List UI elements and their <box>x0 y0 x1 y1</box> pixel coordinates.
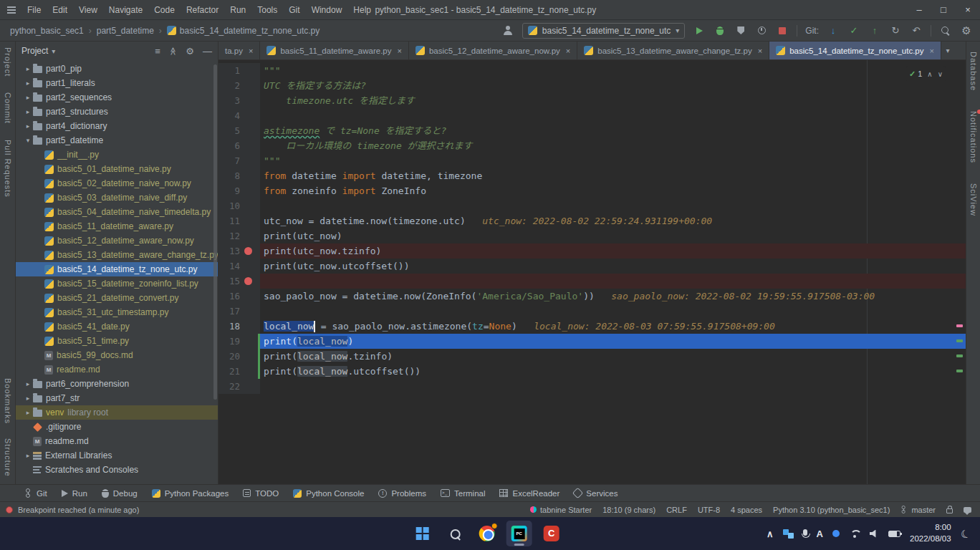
toolwindow-run[interactable]: Run <box>55 485 94 501</box>
code-line-16[interactable]: 16sao_paolo_now = datetime.now(ZoneInfo(… <box>218 289 966 304</box>
tray-dot-icon[interactable] <box>832 530 840 537</box>
tree-chevron-icon[interactable]: ▸ <box>23 94 33 101</box>
menu-run[interactable]: Run <box>224 1 251 19</box>
gutter-line-8[interactable]: 8 <box>218 168 260 183</box>
chrome-icon[interactable] <box>474 521 500 546</box>
toolwindow-git[interactable]: Git <box>19 485 54 501</box>
rollback-button[interactable]: ↶ <box>910 24 923 38</box>
pycharm-taskbar-icon[interactable]: PC <box>506 521 532 546</box>
gutter-line-22[interactable]: 22 <box>218 379 260 394</box>
lock-icon[interactable] <box>946 506 953 513</box>
tree-item-scratches-and-consoles[interactable]: Scratches and Consoles <box>16 463 218 477</box>
gutter-line-1[interactable]: 1 <box>218 63 260 78</box>
error-stripe-mark[interactable] <box>956 324 963 327</box>
tree-item-.gitignore[interactable]: .gitignore <box>16 420 218 434</box>
wifi-icon[interactable] <box>849 530 860 538</box>
tree-item-basic5_02_datetime_naive_now.py[interactable]: basic5_02_datetime_naive_now.py <box>16 176 218 190</box>
tree-item-basic5_12_datetime_aware_now.py[interactable]: basic5_12_datetime_aware_now.py <box>16 233 218 248</box>
minimize-button[interactable]: – <box>907 0 931 20</box>
tree-item-external-libraries[interactable]: ▸External Libraries <box>16 448 218 463</box>
debug-button[interactable] <box>714 24 726 38</box>
code-line-3[interactable]: 3 timezone.utc を指定します <box>218 93 966 108</box>
error-stripe-mark[interactable] <box>956 354 963 357</box>
tree-item-part1_literals[interactable]: ▸part1_literals <box>16 76 218 90</box>
gutter-line-18[interactable]: 18 <box>218 319 260 334</box>
close-button[interactable]: × <box>956 0 980 20</box>
start-icon[interactable] <box>410 521 436 546</box>
close-icon[interactable]: × <box>758 47 762 55</box>
chevron-down-icon[interactable]: ▾ <box>941 44 954 58</box>
gutter-line-7[interactable]: 7 <box>218 153 260 168</box>
run-button[interactable] <box>693 24 706 38</box>
status-message[interactable]: Breakpoint reached (a minute ago) <box>18 506 139 514</box>
tool-stripe-commit[interactable]: Commit <box>4 92 12 124</box>
editor-tab-basic5_13_datetime_aware_change_tz.py[interactable]: basic5_13_datetime_aware_change_tz.py× <box>577 42 769 59</box>
menu-code[interactable]: Code <box>148 1 181 19</box>
gutter-line-14[interactable]: 14 <box>218 259 260 274</box>
tree-item-basic5_21_datetime_convert.py[interactable]: basic5_21_datetime_convert.py <box>16 291 218 305</box>
menu-edit[interactable]: Edit <box>47 1 73 19</box>
notification-bubble-icon[interactable] <box>964 507 971 513</box>
editor-tab-basic5_11_datetime_aware.py[interactable]: basic5_11_datetime_aware.py× <box>260 42 409 59</box>
stop-button[interactable] <box>776 24 789 38</box>
gutter-line-20[interactable]: 20 <box>218 349 260 364</box>
toolwindow-debug[interactable]: Debug <box>95 485 144 501</box>
tray-apps-icon[interactable] <box>783 529 794 539</box>
tree-chevron-icon[interactable]: ▸ <box>23 65 33 72</box>
gutter-line-3[interactable]: 3 <box>218 93 260 108</box>
menu-refactor[interactable]: Refactor <box>181 1 224 19</box>
code-line-7[interactable]: 7""" <box>218 153 966 168</box>
tree-item-venv[interactable]: ▸venvlibrary root <box>16 405 218 420</box>
volume-icon[interactable] <box>870 530 879 538</box>
code-line-14[interactable]: 14print(utc_now.utcoffset()) <box>218 259 966 274</box>
commit-button[interactable]: ✓ <box>847 24 860 38</box>
tree-item-basic5_15_datetime_zoneinfo_list.py[interactable]: basic5_15_datetime_zoneinfo_list.py <box>16 276 218 291</box>
mic-icon[interactable] <box>803 529 807 538</box>
code-line-1[interactable]: 1""" <box>218 63 966 78</box>
toolwindow-python-packages[interactable]: Python Packages <box>145 485 236 501</box>
tree-item-basic5_41_date.py[interactable]: basic5_41_date.py <box>16 319 218 334</box>
tree-item-part7_str[interactable]: ▸part7_str <box>16 391 218 405</box>
tree-chevron-icon[interactable]: ▸ <box>23 122 33 130</box>
ime-icon[interactable]: A <box>817 529 823 539</box>
inspection-widget[interactable]: ✓ 1 ∧ ∨ <box>906 66 946 82</box>
tree-item-part0_pip[interactable]: ▸part0_pip <box>16 62 218 76</box>
gutter-line-17[interactable]: 17 <box>218 304 260 319</box>
tree-chevron-icon[interactable]: ▸ <box>23 452 33 459</box>
tree-item-basic5_11_datetime_aware.py[interactable]: basic5_11_datetime_aware.py <box>16 219 218 233</box>
search-everywhere-button[interactable] <box>939 24 952 38</box>
code-line-21[interactable]: 21print(local_now.utcoffset()) <box>218 364 966 379</box>
tree-item-basic5_31_utc_timestamp.py[interactable]: basic5_31_utc_timestamp.py <box>16 305 218 319</box>
next-problem-icon[interactable]: ∨ <box>938 67 943 82</box>
code-line-15[interactable]: 15 <box>218 274 966 289</box>
tool-stripe-notifications[interactable]: Notifications <box>969 111 978 163</box>
tree-item-basic5_51_time.py[interactable]: basic5_51_time.py <box>16 334 218 348</box>
status-4[interactable]: 4 spaces <box>731 506 762 514</box>
tree-item-basic5_04_datetime_naive_timedelta.py[interactable]: basic5_04_datetime_naive_timedelta.py <box>16 205 218 219</box>
code-line-22[interactable]: 22 <box>218 379 966 394</box>
close-icon[interactable]: × <box>398 47 402 55</box>
maximize-button[interactable]: □ <box>931 0 956 20</box>
toolwindow-python-console[interactable]: Python Console <box>287 485 370 501</box>
breadcrumb-item[interactable]: part5_datetime <box>97 26 154 36</box>
tree-chevron-icon[interactable]: ▸ <box>23 108 33 115</box>
taskbar-search-icon[interactable] <box>442 521 468 546</box>
tool-stripe-sciview[interactable]: SciView <box>969 183 978 216</box>
code-line-6[interactable]: 6 ローカル環境の timezone が選択されます <box>218 138 966 153</box>
tree-item-basic5_01_datetime_naive.py[interactable]: basic5_01_datetime_naive.py <box>16 162 218 176</box>
project-scrollbar[interactable] <box>213 64 217 400</box>
gutter-line-5[interactable]: 5 <box>218 123 260 138</box>
toolwindow-todo[interactable]: TODO <box>236 485 285 501</box>
tree-chevron-icon[interactable]: ▾ <box>23 137 33 144</box>
project-panel-title[interactable]: Project <box>21 46 48 56</box>
status-master[interactable]: master <box>900 505 936 514</box>
status-crlf[interactable]: CRLF <box>666 506 687 514</box>
tree-item-basic5_14_datetime_tz_none_utc.py[interactable]: basic5_14_datetime_tz_none_utc.py <box>16 262 218 276</box>
tool-stripe-database[interactable]: Database <box>969 52 978 91</box>
tool-stripe-bookmarks[interactable]: Bookmarks <box>4 378 12 424</box>
gutter-line-13[interactable]: 13 <box>218 243 260 259</box>
tree-chevron-icon[interactable]: ▸ <box>23 380 33 387</box>
code-line-19[interactable]: 19print(local_now) <box>218 334 966 349</box>
menu-tools[interactable]: Tools <box>251 1 283 19</box>
history-button[interactable]: ↻ <box>889 24 902 38</box>
